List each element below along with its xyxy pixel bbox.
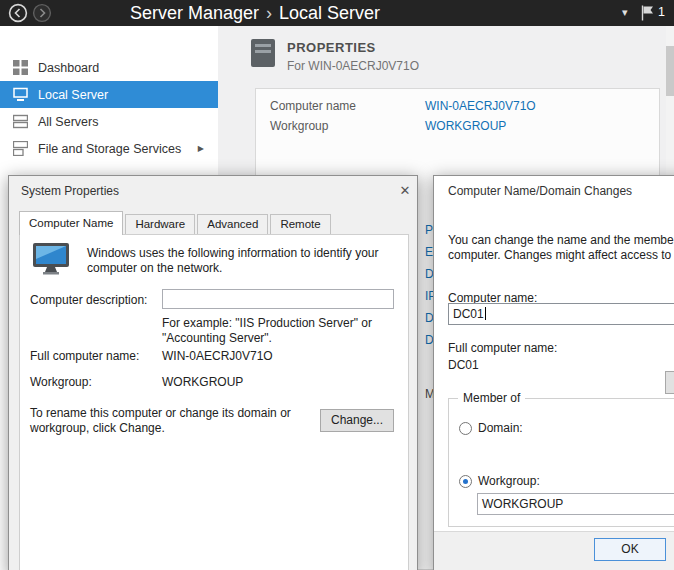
radio-selected-dot [463,479,468,484]
sidebar-item-dashboard[interactable]: Dashboard [0,54,218,81]
forward-icon[interactable] [32,3,52,23]
notification-count[interactable]: 1 [658,5,665,19]
domain-radio-label[interactable]: Domain: [478,421,523,435]
computer-name-tab-page: Windows uses the following information t… [19,234,409,570]
chevron-down-icon[interactable]: ▾ [622,6,628,19]
full-computer-name-label: Full computer name: [30,349,139,363]
tab-advanced[interactable]: Advanced [197,214,268,234]
workgroup-input[interactable]: WORKGROUP [477,493,674,515]
breadcrumb-separator: › [259,3,279,23]
intro-text-line2: computer. Changes might affect access to… [448,248,674,262]
properties-heading: PROPERTIES [287,40,376,55]
sidebar-item-label: Dashboard [38,61,99,75]
intro-text: Windows uses the following information t… [87,246,392,276]
computer-name-input-value: DC01 [453,307,484,321]
servers-stack-icon [13,114,28,129]
property-label: Computer name [270,99,356,113]
server-icon [13,87,28,102]
member-of-groupbox: Member of Domain: Workgroup: WORKGROUP [448,398,674,527]
topbar: Server Manager›Local Server ▾ 1 [0,0,674,26]
full-computer-name-label: Full computer name: [448,341,557,355]
workgroup-radio[interactable] [459,475,472,488]
workgroup-radio-label[interactable]: Workgroup: [478,474,540,488]
member-of-label: Member of [458,391,525,405]
tab-computer-name[interactable]: Computer Name [19,211,123,235]
text-caret [485,307,486,320]
sidebar-item-label: Local Server [38,88,108,102]
properties-subheading: For WIN-0AECRJ0V71O [287,59,419,73]
full-computer-name-value: DC01 [448,358,479,372]
workgroup-value: WORKGROUP [162,375,243,389]
notification-flag-icon[interactable] [641,5,654,24]
properties-server-icon [248,38,278,71]
computer-name-link[interactable]: WIN-0AECRJ0V71O [425,99,536,113]
close-icon[interactable]: ✕ [393,180,417,202]
expand-arrow-icon[interactable]: ▶ [198,144,204,153]
workgroup-link[interactable]: WORKGROUP [425,119,506,133]
computer-description-label: Computer description: [30,293,147,307]
dashboard-icon [13,60,28,75]
computer-description-input[interactable] [162,289,394,309]
file-storage-icon [13,141,28,156]
tab-remote[interactable]: Remote [270,214,330,234]
dialog-footer: OK Cancel [434,531,674,570]
sidebar-item-local-server[interactable]: Local Server [0,81,218,108]
sidebar-item-label: All Servers [38,115,98,129]
scrollbar-thumb[interactable] [666,46,674,96]
sidebar-item-all-servers[interactable]: All Servers [0,108,218,135]
more-button[interactable]: More... [665,371,674,394]
property-label: Workgroup [270,119,328,133]
ok-button[interactable]: OK [594,538,666,561]
breadcrumb-root[interactable]: Server Manager [130,3,259,23]
dialog-title[interactable]: System Properties [21,184,119,198]
breadcrumb-current[interactable]: Local Server [279,3,380,23]
full-computer-name-value: WIN-0AECRJ0V71O [162,349,273,363]
dialog-title[interactable]: Computer Name/Domain Changes [448,184,632,198]
sidebar-item-file-storage-services[interactable]: File and Storage Services ▶ [0,135,218,162]
domain-radio[interactable] [459,422,472,435]
computer-name-input[interactable]: DC01 [448,303,674,325]
tab-strip: Computer Name Hardware Advanced Remote [19,211,333,234]
back-icon[interactable] [8,3,28,23]
monitor-icon [32,242,70,278]
example-text-line2: "Accounting Server". [162,331,272,345]
name-domain-changes-dialog: Computer Name/Domain Changes You can cha… [433,175,674,570]
example-text-line1: For example: "IIS Production Server" or [162,316,372,330]
tab-hardware[interactable]: Hardware [125,214,195,234]
rename-text-line2: workgroup, click Change. [30,421,165,435]
system-properties-dialog: System Properties ✕ Computer Name Hardwa… [8,175,418,570]
change-button[interactable]: Change... [320,409,394,432]
breadcrumb: Server Manager›Local Server [130,0,380,26]
sidebar-item-label: File and Storage Services [38,142,181,156]
workgroup-label: Workgroup: [30,375,92,389]
intro-text-line1: You can change the name and the membersh… [448,233,674,247]
rename-text-line1: To rename this computer or change its do… [30,406,291,420]
